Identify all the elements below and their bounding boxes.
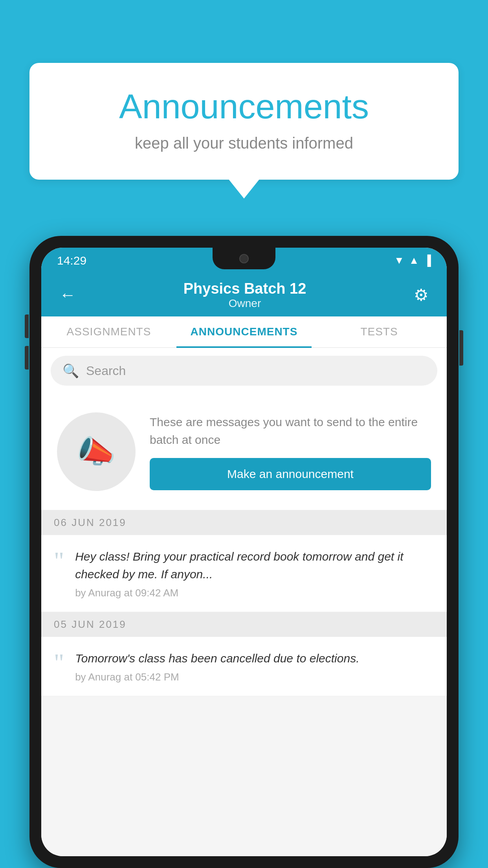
battery-icon: ▐ bbox=[424, 254, 431, 267]
phone-screen: 14:29 ▼ ▲ ▐ ← Physics Batch 12 Owner ⚙ bbox=[41, 248, 447, 856]
make-announcement-button[interactable]: Make an announcement bbox=[150, 458, 431, 490]
app-bar: ← Physics Batch 12 Owner ⚙ bbox=[41, 273, 447, 316]
volume-up-button[interactable] bbox=[25, 314, 29, 338]
speech-bubble: Announcements keep all your students inf… bbox=[29, 63, 459, 180]
phone-outer: 14:29 ▼ ▲ ▐ ← Physics Batch 12 Owner ⚙ bbox=[29, 236, 459, 868]
date-separator-2: 05 JUN 2019 bbox=[41, 612, 447, 637]
status-time: 14:29 bbox=[57, 254, 86, 267]
camera-dot bbox=[239, 254, 249, 263]
promo-card: 📣 These are messages you want to send to… bbox=[41, 394, 447, 510]
back-button[interactable]: ← bbox=[55, 281, 80, 308]
announcement-content-2: Tomorrow's class has been cancelled due … bbox=[75, 649, 434, 683]
announcement-item-1[interactable]: " Hey class! Bring your practical record… bbox=[41, 535, 447, 612]
announcement-content-1: Hey class! Bring your practical record b… bbox=[75, 548, 434, 599]
promo-icon-circle: 📣 bbox=[57, 412, 136, 491]
phone-notch bbox=[213, 248, 275, 269]
app-bar-subtitle: Owner bbox=[183, 297, 306, 310]
quote-icon-2: " bbox=[54, 653, 64, 673]
app-bar-center: Physics Batch 12 Owner bbox=[183, 280, 306, 310]
announcement-meta-2: by Anurag at 05:42 PM bbox=[75, 671, 434, 683]
search-icon: 🔍 bbox=[62, 363, 79, 379]
date-separator-1: 06 JUN 2019 bbox=[41, 510, 447, 535]
speech-bubble-container: Announcements keep all your students inf… bbox=[29, 63, 459, 180]
search-container: 🔍 Search bbox=[41, 348, 447, 394]
app-bar-title: Physics Batch 12 bbox=[183, 280, 306, 297]
quote-icon-1: " bbox=[54, 551, 64, 571]
wifi-icon: ▼ bbox=[394, 254, 404, 267]
power-button[interactable] bbox=[459, 330, 463, 366]
tab-announcements[interactable]: ANNOUNCEMENTS bbox=[176, 316, 312, 347]
settings-button[interactable]: ⚙ bbox=[410, 281, 433, 309]
bubble-title: Announcements bbox=[61, 86, 427, 127]
tabs-bar: ASSIGNMENTS ANNOUNCEMENTS TESTS bbox=[41, 316, 447, 348]
announcement-text-2: Tomorrow's class has been cancelled due … bbox=[75, 649, 434, 667]
megaphone-icon: 📣 bbox=[77, 433, 116, 470]
announcement-text-1: Hey class! Bring your practical record b… bbox=[75, 548, 434, 583]
promo-content: These are messages you want to send to t… bbox=[150, 413, 431, 490]
content-area: 🔍 Search 📣 These are messages you want t… bbox=[41, 348, 447, 856]
announcement-meta-1: by Anurag at 09:42 AM bbox=[75, 587, 434, 599]
phone-wrapper: 14:29 ▼ ▲ ▐ ← Physics Batch 12 Owner ⚙ bbox=[29, 236, 459, 868]
status-icons: ▼ ▲ ▐ bbox=[394, 254, 431, 267]
announcement-item-2[interactable]: " Tomorrow's class has been cancelled du… bbox=[41, 637, 447, 696]
tab-tests[interactable]: TESTS bbox=[312, 316, 447, 347]
bubble-subtitle: keep all your students informed bbox=[61, 134, 427, 152]
promo-description: These are messages you want to send to t… bbox=[150, 413, 431, 449]
volume-down-button[interactable] bbox=[25, 346, 29, 370]
search-placeholder: Search bbox=[86, 364, 126, 378]
search-bar[interactable]: 🔍 Search bbox=[51, 356, 437, 386]
tab-assignments[interactable]: ASSIGNMENTS bbox=[41, 316, 176, 347]
signal-icon: ▲ bbox=[409, 254, 419, 267]
